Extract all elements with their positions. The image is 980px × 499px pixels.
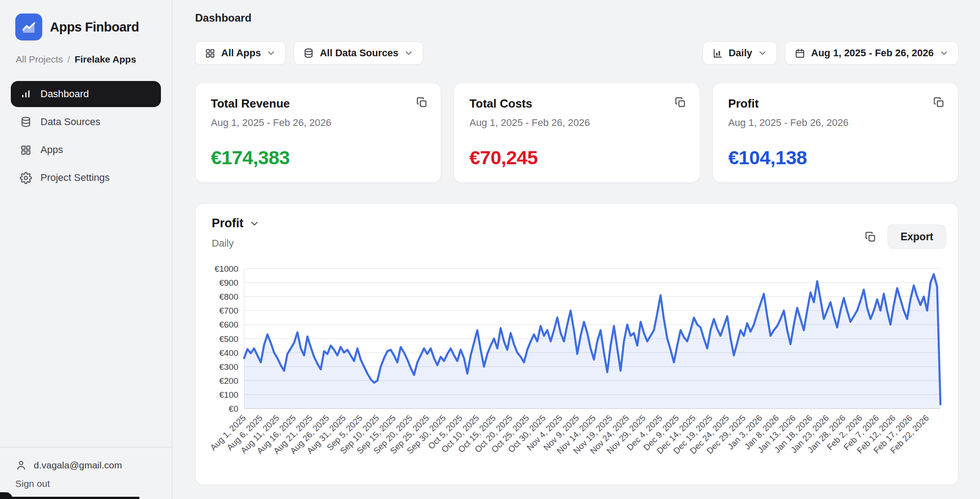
chevron-down-icon [249,218,260,229]
breadcrumb-separator: / [67,54,70,65]
svg-text:€100: €100 [219,390,238,400]
database-icon [20,116,32,128]
app-logo: Apps Finboard [11,13,161,40]
sign-out-link[interactable]: Sign out [15,478,156,489]
profit-line-chart: €0€100€200€300€400€500€600€700€800€900€1… [206,261,947,476]
profit-chart-card: Profit Daily Export €0€100€200€300€400€5… [195,203,958,485]
filter-bar: All Apps All Data Sources [195,41,958,65]
user-account: d.vagala@gmail.com [15,459,156,471]
all-apps-label: All Apps [221,47,261,59]
svg-text:€200: €200 [219,376,238,386]
chevron-down-icon [757,48,767,58]
grid-icon [205,48,216,59]
stat-card-value: €174,383 [211,147,425,169]
stat-card-subtitle: Aug 1, 2025 - Feb 26, 2026 [728,117,943,129]
sidebar-item-data-sources[interactable]: Data Sources [11,109,161,135]
chevron-down-icon [404,48,414,58]
svg-text:€300: €300 [219,362,238,372]
sidebar-item-label: Apps [40,144,63,156]
filter-group-right: Daily Aug 1, 2025 - Feb 26, 2026 [703,41,958,65]
stat-card-subtitle: Aug 1, 2025 - Feb 26, 2026 [469,117,684,129]
bar-chart-icon [20,88,32,100]
copy-icon[interactable] [413,93,431,111]
chart-title: Profit [212,216,244,230]
sidebar-item-label: Project Settings [40,172,110,184]
stat-card-title: Total Revenue [211,97,425,111]
svg-text:€400: €400 [219,348,238,358]
profit-card: Profit Aug 1, 2025 - Feb 26, 2026 €104,1… [713,83,958,183]
total-revenue-card: Total Revenue Aug 1, 2025 - Feb 26, 2026… [195,83,441,183]
column-chart-icon [712,48,723,59]
copy-icon[interactable] [861,228,879,246]
sidebar-item-apps[interactable]: Apps [11,137,161,163]
date-range-picker[interactable]: Aug 1, 2025 - Feb 26, 2026 [785,41,958,65]
all-data-sources-label: All Data Sources [320,47,398,59]
main-content: Dashboard All Apps [174,0,980,499]
svg-text:€1000: €1000 [214,264,238,274]
svg-text:€600: €600 [219,320,238,329]
copy-icon[interactable] [672,93,690,111]
stat-card-title: Total Costs [469,97,684,111]
total-costs-card: Total Costs Aug 1, 2025 - Feb 26, 2026 €… [454,83,699,183]
user-email: d.vagala@gmail.com [34,460,122,471]
stat-card-subtitle: Aug 1, 2025 - Feb 26, 2026 [211,117,425,129]
person-icon [15,459,27,471]
stat-card-value: €104,138 [728,147,943,169]
date-range-label: Aug 1, 2025 - Feb 26, 2026 [811,47,934,59]
sidebar: Apps Finboard All Projects / Firelake Ap… [0,0,173,499]
chart-metric-dropdown[interactable]: Profit [206,216,260,230]
granularity-label: Daily [729,47,753,59]
stat-cards-row: Total Revenue Aug 1, 2025 - Feb 26, 2026… [195,83,958,183]
app-title: Apps Finboard [50,20,139,35]
breadcrumb-all-projects[interactable]: All Projects [16,54,63,65]
svg-text:€500: €500 [219,334,238,344]
database-icon [303,48,314,59]
all-data-sources-dropdown[interactable]: All Data Sources [294,41,423,65]
svg-text:€0: €0 [229,404,238,414]
all-apps-dropdown[interactable]: All Apps [195,41,285,65]
stat-card-value: €70,245 [469,147,684,169]
sidebar-item-dashboard[interactable]: Dashboard [11,81,161,107]
sidebar-item-label: Dashboard [40,88,89,100]
chevron-down-icon [266,48,276,58]
svg-text:€900: €900 [219,278,238,288]
export-button[interactable]: Export [887,225,946,249]
window-chrome-strip [0,497,139,499]
sidebar-footer: d.vagala@gmail.com Sign out [0,447,172,499]
stat-card-title: Profit [728,97,943,111]
grid-icon [20,144,32,156]
gear-icon [20,172,32,184]
page-title: Dashboard [195,12,958,24]
breadcrumb-current-project: Firelake Apps [75,54,136,65]
sidebar-nav: Dashboard Data Sources Apps [11,81,161,191]
chart-subtitle: Daily [206,238,947,249]
svg-text:€700: €700 [219,306,238,315]
breadcrumb: All Projects / Firelake Apps [11,54,161,65]
calendar-icon [794,48,806,59]
chevron-down-icon [939,48,949,58]
filter-group-left: All Apps All Data Sources [195,41,423,65]
svg-text:€800: €800 [219,292,238,301]
sidebar-item-label: Data Sources [40,116,100,128]
copy-icon[interactable] [930,93,948,111]
granularity-dropdown[interactable]: Daily [703,41,777,65]
chart-canvas: €0€100€200€300€400€500€600€700€800€900€1… [206,261,948,476]
chart-actions: Export [861,225,946,249]
sidebar-item-project-settings[interactable]: Project Settings [11,165,161,191]
logo-icon [15,13,42,40]
